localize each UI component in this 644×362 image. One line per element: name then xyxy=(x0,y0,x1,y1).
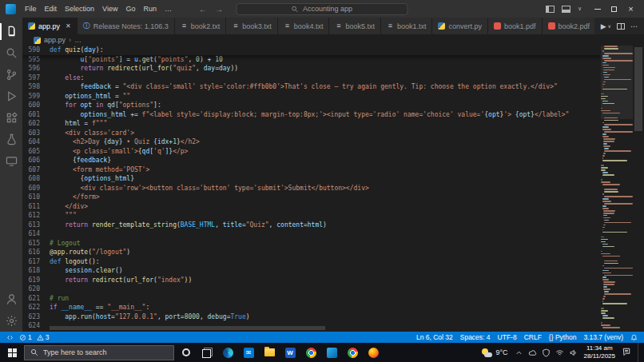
settings-gear-icon[interactable] xyxy=(0,310,22,332)
minimap-line xyxy=(602,101,608,102)
minimap-line xyxy=(601,305,633,307)
testing-icon[interactable] xyxy=(0,129,22,150)
layout-chevron-icon[interactable]: ∨ xyxy=(578,6,582,12)
run-debug-icon[interactable] xyxy=(0,86,22,107)
line-text: html = f""" xyxy=(50,119,107,129)
extensions-icon[interactable] xyxy=(0,107,22,129)
tab-book1-txt[interactable]: ≡book1.txt xyxy=(381,18,433,34)
menu-view[interactable]: View xyxy=(98,5,121,13)
tab-book4-txt[interactable]: ≡book4.txt xyxy=(278,18,330,34)
firefox-button[interactable] xyxy=(363,343,384,362)
explorer-icon[interactable] xyxy=(0,21,22,42)
sticky-code-line: 590def quiz(day): xyxy=(22,46,601,55)
vertical-scrollbar-thumb[interactable] xyxy=(634,47,642,131)
file-explorer-icon xyxy=(264,348,275,356)
statusbar-item-3-13-7-venv-[interactable]: 3.13.7 (venv) xyxy=(583,333,623,341)
chrome-button[interactable] xyxy=(300,343,321,362)
minimap-line xyxy=(603,217,610,219)
more-actions-icon[interactable]: ⋯ xyxy=(630,22,638,30)
chrome-button[interactable] xyxy=(342,343,363,362)
line-text: # Logout xyxy=(50,239,81,249)
minimap[interactable] xyxy=(601,46,633,332)
wifi-icon[interactable] xyxy=(555,348,564,357)
breadcrumb-more[interactable]: … xyxy=(74,36,81,44)
account-icon[interactable] xyxy=(0,288,22,310)
vscode-button[interactable] xyxy=(321,343,342,362)
taskbar-clock[interactable]: 11:34 am 28/11/2025 xyxy=(584,344,615,360)
python-icon xyxy=(28,22,35,30)
tab-convert-py[interactable]: convert.py xyxy=(432,18,488,34)
cloud-icon[interactable] xyxy=(528,348,537,357)
tab-app-py[interactable]: app.py✕ xyxy=(22,18,78,34)
word-button[interactable]: W xyxy=(280,343,300,362)
minimize-button[interactable] xyxy=(589,0,606,18)
back-icon[interactable]: ← xyxy=(199,5,207,14)
menu-file[interactable]: File xyxy=(21,5,41,13)
cortana-button[interactable] xyxy=(176,343,197,362)
toggle-panel-icon[interactable] xyxy=(562,6,570,13)
code-line: 598 feedback = "<div class='small' style… xyxy=(22,82,601,92)
horizontal-scrollbar-thumb[interactable] xyxy=(50,326,325,330)
minimap-line xyxy=(601,162,633,164)
shield-icon[interactable] xyxy=(542,348,551,357)
tab-book2-pdf[interactable]: book2.pdf xyxy=(543,18,594,34)
breadcrumb-file[interactable]: app.py xyxy=(44,36,66,44)
minimap-line xyxy=(602,133,606,135)
vertical-scrollbar[interactable] xyxy=(633,46,644,332)
code-editor[interactable]: 590def quiz(day): 595 u["points"] = u.ge… xyxy=(22,46,644,332)
tab-book2-txt[interactable]: ≡book2.txt xyxy=(175,18,227,34)
action-center-icon[interactable] xyxy=(622,345,631,360)
problems-indicator[interactable]: 1 3 xyxy=(19,333,49,341)
tab-book5-txt[interactable]: ≡book5.txt xyxy=(329,18,381,34)
bell-icon[interactable] xyxy=(630,334,638,341)
file-explorer-button[interactable] xyxy=(259,343,280,362)
minimap-slider[interactable] xyxy=(601,46,633,119)
taskbar-app-icons: ✉W xyxy=(176,343,384,362)
statusbar-item--python[interactable]: {} Python xyxy=(549,333,577,341)
edge-button[interactable] xyxy=(217,343,238,362)
taskbar-search-placeholder: Type here to search xyxy=(43,348,107,356)
menu-selection[interactable]: Selection xyxy=(61,5,98,13)
menu-run[interactable]: Run xyxy=(139,5,161,13)
remote-explorer-icon[interactable] xyxy=(0,150,22,172)
volume-icon[interactable] xyxy=(569,348,578,357)
tab-release-notes-1-106-3[interactable]: ⓘRelease Notes: 1.106.3 xyxy=(78,18,175,34)
close-button[interactable]: × xyxy=(622,0,639,18)
search-icon[interactable] xyxy=(0,42,22,64)
task-view-button[interactable] xyxy=(197,343,217,362)
statusbar-right-items: Ln 6, Col 32Spaces: 4UTF-8CRLF{} Python3… xyxy=(416,333,623,341)
toggle-sidebar-icon[interactable] xyxy=(546,6,555,13)
maximize-button[interactable] xyxy=(606,0,622,18)
close-icon[interactable]: ✕ xyxy=(66,22,71,30)
statusbar-item-crlf[interactable]: CRLF xyxy=(524,333,542,341)
taskbar-search[interactable]: Type here to search xyxy=(24,345,174,360)
statusbar-item-spaces-4[interactable]: Spaces: 4 xyxy=(460,333,491,341)
forward-icon[interactable]: → xyxy=(215,5,223,14)
line-text: for opt in qd["options"]: xyxy=(50,101,161,110)
menu-[interactable]: … xyxy=(161,5,176,13)
statusbar-item-utf-8[interactable]: UTF-8 xyxy=(498,333,517,341)
code-line: 606 {feedback} xyxy=(22,156,601,165)
command-center[interactable]: Accounting app xyxy=(237,3,408,15)
menu-edit[interactable]: Edit xyxy=(41,5,62,13)
show-desktop-button[interactable] xyxy=(638,343,641,362)
code-line: 613 return render_template_string(BASE_H… xyxy=(22,221,601,230)
statusbar-item-ln-6-col-32[interactable]: Ln 6, Col 32 xyxy=(416,333,453,341)
code-line: 596 return redirect(url_for("quiz", day=… xyxy=(22,64,601,74)
tab-book1-pdf[interactable]: book1.pdf xyxy=(488,18,543,34)
tab-label: book2.pdf xyxy=(559,22,590,30)
tab-book3-txt[interactable]: ≡book3.txt xyxy=(226,18,278,34)
run-dropdown-icon[interactable]: ∨ xyxy=(608,23,611,29)
chevron-up-icon[interactable] xyxy=(515,348,523,357)
source-control-icon[interactable] xyxy=(0,64,22,86)
mail-button[interactable]: ✉ xyxy=(238,343,259,362)
split-editor-icon[interactable] xyxy=(617,23,625,30)
run-python-file-icon[interactable]: ▶ xyxy=(601,22,606,30)
start-button[interactable] xyxy=(0,343,24,362)
sticky-scroll-line: 590def quiz(day): xyxy=(22,46,601,55)
weather-widget[interactable]: 9°C xyxy=(482,348,507,357)
remote-indicator[interactable] xyxy=(6,334,14,341)
menu-go[interactable]: Go xyxy=(121,5,139,13)
line-text: return render_template_string(BASE_HTML,… xyxy=(50,221,327,230)
breadcrumb[interactable]: app.py › … xyxy=(22,34,644,46)
